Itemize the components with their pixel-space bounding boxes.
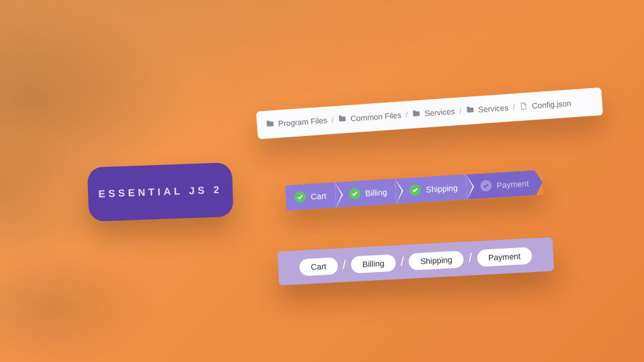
pill-billing[interactable]: Billing: [351, 254, 396, 273]
badge-label: ESSENTIAL JS 2: [98, 184, 222, 200]
folder-icon: [338, 114, 347, 125]
pill-shipping[interactable]: Shipping: [409, 251, 464, 270]
path-item-label[interactable]: Services: [425, 107, 455, 118]
step-billing[interactable]: Billing: [335, 179, 397, 208]
path-separator: /: [405, 110, 408, 119]
folder-icon: [265, 119, 275, 130]
path-separator: /: [459, 106, 462, 115]
folder-icon: [412, 108, 421, 120]
path-item-label[interactable]: Config.json: [531, 99, 571, 110]
step-label: Payment: [496, 178, 529, 189]
check-icon: [409, 184, 421, 196]
pill-separator: /: [468, 251, 472, 265]
check-icon: [294, 191, 306, 203]
step-cart[interactable]: Cart: [285, 183, 336, 211]
step-shipping[interactable]: Shipping: [395, 174, 467, 204]
path-item-label[interactable]: Program Files: [278, 116, 328, 128]
step-label: Shipping: [426, 183, 458, 194]
step-label: Cart: [311, 191, 326, 201]
path-separator: /: [513, 103, 515, 112]
step-payment[interactable]: Payment: [465, 170, 543, 200]
file-icon: [519, 101, 528, 113]
pending-check-icon: [480, 179, 492, 191]
pill-separator: /: [342, 257, 347, 271]
folder-icon: [465, 105, 475, 116]
checkout-stepper: Cart Billing Shipping Payment: [285, 170, 543, 211]
path-item-label[interactable]: Common Files: [350, 111, 401, 123]
check-icon: [348, 188, 360, 200]
path-item-label[interactable]: Services: [478, 103, 509, 114]
essential-js-badge: ESSENTIAL JS 2: [87, 162, 234, 222]
pill-cart[interactable]: Cart: [299, 257, 338, 276]
step-label: Billing: [365, 187, 387, 198]
path-breadcrumb: Program Files / Common Files / Services …: [256, 88, 603, 139]
pill-breadcrumb: Cart / Billing / Shipping / Payment: [277, 237, 554, 286]
pill-separator: /: [400, 254, 404, 268]
path-separator: /: [331, 116, 334, 125]
pill-payment[interactable]: Payment: [477, 247, 533, 267]
